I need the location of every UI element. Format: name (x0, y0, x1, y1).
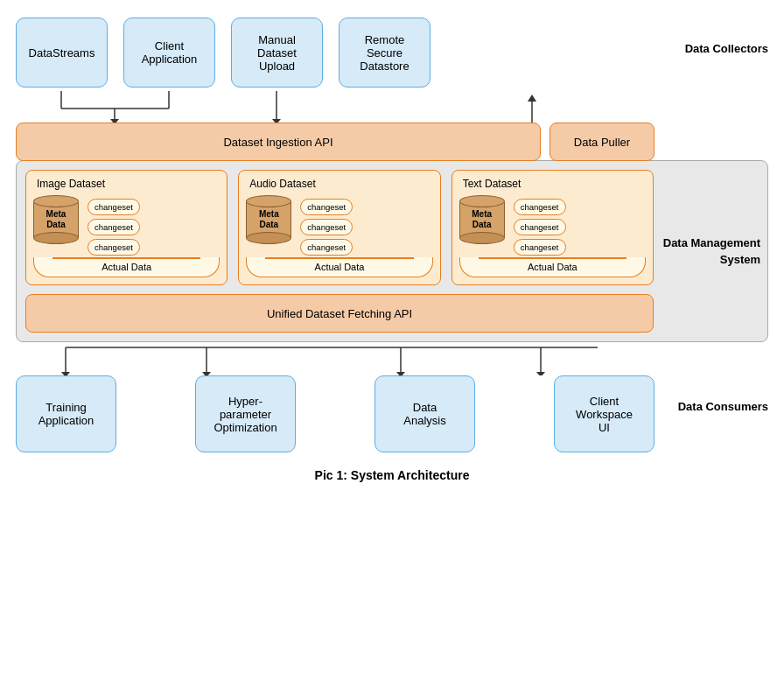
changeset-pill: changeset (514, 219, 566, 235)
image-dataset-content: MetaData changeset changeset changeset (33, 195, 220, 256)
svg-marker-4 (110, 119, 119, 123)
cyl-top (459, 195, 505, 207)
audio-actual-data: Actual Data (246, 257, 432, 277)
changeset-pill: changeset (300, 219, 353, 235)
unified-to-consumers-arrows (16, 342, 768, 375)
client-application-box: ClientApplication (123, 18, 215, 88)
hyperparameter-box: Hyper-parameterOptimization (195, 375, 296, 452)
cyl-top (246, 195, 291, 207)
manual-dataset-box: ManualDatasetUpload (231, 18, 323, 88)
image-actual-data: Actual Data (33, 257, 220, 277)
collectors-row: Data Streams ClientApplication ManualDat… (16, 18, 430, 88)
diagram-container: Data Streams ClientApplication ManualDat… (16, 18, 768, 482)
changeset-pill: changeset (88, 199, 140, 215)
training-application-box: TrainingApplication (16, 375, 116, 452)
audio-dataset-title: Audio Dataset (246, 178, 432, 190)
consumers-row: TrainingApplication Hyper-parameterOptim… (16, 375, 768, 452)
client-workspace-label: ClientWorkspaceUI (576, 395, 633, 434)
changeset-pill: changeset (514, 239, 566, 256)
image-dataset-box: Image Dataset MetaData changeset changes… (25, 170, 228, 285)
image-cylinder: MetaData (33, 195, 79, 244)
data-streams-label: Data (29, 46, 52, 60)
cyl-bottom (246, 232, 291, 244)
collectors-section-label: Data Collectors (685, 42, 768, 55)
cyl-bottom (459, 232, 505, 244)
consumer-boxes: TrainingApplication Hyper-parameterOptim… (16, 375, 654, 452)
data-streams-label2: Streams (52, 46, 94, 60)
text-actual-data: Actual Data (459, 257, 646, 277)
changeset-pill: changeset (88, 219, 140, 235)
data-analysis-label: DataAnalysis (403, 401, 445, 427)
client-application-label: ClientApplication (142, 39, 198, 66)
text-cylinder: MetaData (459, 195, 505, 244)
diagram-caption: Pic 1: System Architecture (16, 468, 768, 482)
dms-label-container: Data ManagementSystem (654, 235, 767, 269)
training-application-label: TrainingApplication (38, 401, 94, 427)
audio-changesets: changeset changeset changeset (300, 199, 353, 256)
remote-secure-box: RemoteSecureDatastore (339, 18, 430, 88)
dms-outer-box: Image Dataset MetaData changeset changes… (16, 160, 768, 342)
manual-dataset-label: ManualDatasetUpload (257, 33, 297, 73)
audio-cylinder: MetaData (246, 195, 291, 244)
client-workspace-box: ClientWorkspaceUI (554, 375, 654, 452)
ingestion-api-bar: Dataset Ingestion API (16, 123, 541, 161)
consumers-section-label: Data Consumers (678, 400, 768, 413)
dms-section-label: Data ManagementSystem (663, 235, 760, 269)
datasets-row: Image Dataset MetaData changeset changes… (25, 170, 654, 285)
changeset-pill: changeset (300, 239, 353, 256)
text-dataset-box: Text Dataset MetaData changeset changese… (452, 170, 654, 285)
remote-secure-label: RemoteSecureDatastore (360, 33, 409, 73)
cyl-bottom (33, 232, 79, 244)
svg-marker-6 (272, 119, 281, 123)
text-meta-label: MetaData (472, 209, 492, 230)
cyl-top (33, 195, 79, 207)
data-puller-label: Data Puller (574, 136, 630, 149)
changeset-pill: changeset (514, 199, 566, 215)
audio-meta-label: MetaData (259, 209, 279, 230)
consumer-arrows-svg (16, 342, 654, 375)
dms-content: Image Dataset MetaData changeset changes… (25, 170, 654, 333)
svg-marker-8 (528, 95, 536, 102)
text-changesets: changeset changeset changeset (514, 199, 566, 256)
hyperparameter-label: Hyper-parameterOptimization (214, 395, 276, 434)
data-analysis-box: DataAnalysis (374, 375, 475, 452)
data-streams-box: Data Streams (16, 18, 108, 88)
api-bars-row: Dataset Ingestion API Data Puller (16, 123, 768, 161)
ingestion-api-label: Dataset Ingestion API (223, 136, 332, 149)
audio-dataset-content: MetaData changeset changeset changeset (246, 195, 432, 256)
audio-dataset-box: Audio Dataset MetaData changeset changes… (238, 170, 440, 285)
changeset-pill: changeset (88, 239, 140, 256)
unified-api-label: Unified Dataset Fetching API (267, 307, 412, 320)
image-changesets: changeset changeset changeset (88, 199, 140, 256)
image-dataset-title: Image Dataset (33, 178, 220, 190)
text-dataset-title: Text Dataset (459, 178, 646, 190)
unified-api-bar: Unified Dataset Fetching API (25, 294, 654, 333)
collector-arrows (16, 91, 654, 123)
data-puller-bar: Data Puller (550, 123, 654, 161)
text-dataset-content: MetaData changeset changeset changeset (459, 195, 646, 256)
changeset-pill: changeset (300, 199, 353, 215)
image-meta-label: MetaData (46, 209, 66, 230)
